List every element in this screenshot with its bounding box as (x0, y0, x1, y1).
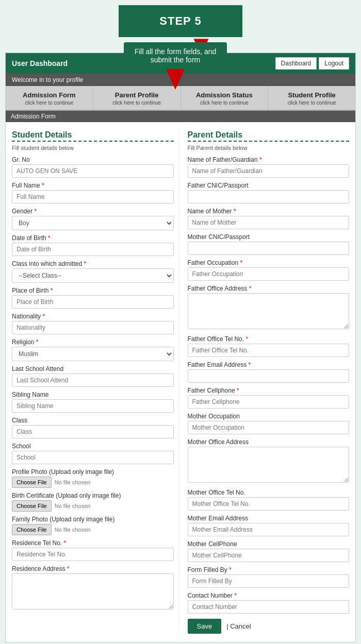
logout-button[interactable]: Logout (319, 57, 349, 70)
birth-cert-none: No file chosen (55, 503, 91, 509)
tooltip-box: Fill all the form fields, and submit the… (124, 42, 227, 69)
gr-no-label: Gr. No (12, 156, 174, 163)
mother-cell-input[interactable] (188, 549, 350, 562)
tab-parent-profile-title: Parent Profile (96, 91, 177, 99)
tab-admission-form-title: Admission Form (9, 91, 90, 99)
family-photo-group: Family Photo (Upload only image file) Ch… (12, 516, 174, 535)
step-banner: STEP 5 (119, 5, 242, 37)
full-name-input[interactable] (12, 190, 174, 204)
section-bar: Admission Form (6, 111, 355, 122)
father-email-input[interactable]: abcd@gmail.com (188, 369, 350, 383)
class-input[interactable] (12, 425, 174, 438)
mother-email-label: Mother Email Address (188, 515, 350, 522)
birth-cert-btn[interactable]: Choose File (12, 500, 52, 512)
res-tel-input[interactable] (12, 548, 174, 561)
sibling-input[interactable] (12, 399, 174, 413)
full-name-group: Full Name * (12, 182, 174, 204)
dob-input[interactable] (12, 243, 174, 256)
gr-no-group: Gr. No (12, 156, 174, 178)
mother-tel-input[interactable] (188, 497, 350, 511)
parent-sub: Fill Parent details below (188, 145, 350, 151)
father-name-input[interactable] (188, 164, 350, 178)
tab-admission-form-sub: click here to continue (9, 100, 90, 106)
father-tel-input[interactable] (188, 344, 350, 357)
class-group: Class (12, 417, 174, 438)
menu-tabs: Admission Form click here to continue Pa… (6, 86, 355, 111)
father-cnic-input[interactable]: 000000000000000 (188, 190, 350, 204)
mother-occ-label: Mother Occupation (188, 413, 350, 420)
form-actions: Save | Cancel (188, 619, 350, 634)
mother-cnic-group: Mother CNIC/Passport 111111111111111 (188, 233, 350, 255)
school-group: School (12, 443, 174, 464)
last-school-label: Last School Attend (12, 365, 174, 372)
family-photo-label: Family Photo (Upload only image file) (12, 516, 174, 523)
school-input[interactable] (12, 451, 174, 464)
cancel-link[interactable]: | Cancel (226, 622, 251, 630)
profile-photo-none: No file chosen (55, 479, 91, 485)
tab-admission-status-sub: click here to continue (184, 100, 265, 106)
mother-addr-label: Mother Office Address (188, 438, 350, 446)
mother-tel-group: Mother Office Tel No. (188, 489, 350, 511)
tab-admission-form[interactable]: Admission Form click here to continue (6, 86, 93, 110)
tab-student-profile-title: Student Profile (271, 91, 352, 99)
class-admitted-label: Class into which admitted * (12, 260, 174, 267)
family-photo-none: No file chosen (55, 527, 91, 533)
nav-title: User Dashboard (12, 59, 68, 67)
tab-admission-status[interactable]: Admission Status click here to continue (181, 86, 269, 110)
nationality-label: Nationality * (12, 313, 174, 320)
father-email-label: Father Email Address * (188, 361, 350, 368)
mother-name-input[interactable] (188, 216, 350, 229)
father-occ-group: Father Occupation * (188, 259, 350, 281)
student-heading: Student Details (12, 130, 174, 140)
tab-admission-status-title: Admission Status (184, 91, 265, 99)
father-cell-input[interactable] (188, 395, 350, 409)
gender-label: Gender * (12, 208, 174, 215)
class-admitted-select[interactable]: --Select Class-- (12, 268, 174, 283)
father-addr-label: Father Office Address * (188, 285, 350, 292)
mother-addr-group: Mother Office Address (188, 438, 350, 485)
mother-email-group: Mother Email Address (188, 515, 350, 536)
dob-group: Date of Birth * (12, 234, 174, 256)
father-occ-input[interactable] (188, 267, 350, 281)
father-tel-label: Father Office Tel No. * (188, 335, 350, 343)
religion-select[interactable]: Muslim Christian Other (12, 347, 174, 361)
mother-occ-input[interactable] (188, 421, 350, 434)
sibling-label: Sibling Name (12, 391, 174, 398)
mother-name-label: Name of Mother * (188, 208, 350, 215)
mother-cnic-label: Mother CNIC/Passport (188, 233, 350, 241)
save-button[interactable]: Save (188, 619, 222, 634)
father-cell-group: Father Cellphone * (188, 387, 350, 409)
form-filled-input[interactable] (188, 574, 350, 588)
mother-addr-input[interactable] (188, 447, 350, 483)
last-school-input[interactable] (12, 374, 174, 387)
place-birth-input[interactable] (12, 295, 174, 309)
father-name-group: Name of Father/Guardian * (188, 156, 350, 178)
tab-student-profile[interactable]: Student Profile click here to continue (268, 86, 355, 110)
full-name-label: Full Name * (12, 182, 174, 189)
birth-cert-group: Birth Certificate (Upload only image fil… (12, 492, 174, 512)
student-details-col: Student Details Fill student details bel… (12, 130, 179, 634)
student-sub: Fill student details below (12, 145, 174, 151)
parent-details-col: Parent Details Fill Parent details below… (179, 130, 350, 634)
father-occ-label: Father Occupation * (188, 259, 350, 266)
father-addr-input[interactable] (188, 293, 350, 329)
last-school-group: Last School Attend (12, 365, 174, 387)
mother-email-input[interactable] (188, 523, 350, 536)
religion-group: Religion * Muslim Christian Other (12, 338, 174, 361)
contact-group: Contact Number * (188, 592, 350, 614)
gender-select[interactable]: Boy Girl (12, 216, 174, 230)
contact-input[interactable] (188, 600, 350, 614)
birth-cert-label: Birth Certificate (Upload only image fil… (12, 492, 174, 499)
dob-label: Date of Birth * (12, 234, 174, 242)
gr-no-input[interactable] (12, 164, 174, 178)
tab-student-profile-sub: click here to continue (271, 100, 352, 106)
contact-label: Contact Number * (188, 592, 350, 599)
nationality-input[interactable] (12, 321, 174, 334)
dashboard-button[interactable]: Dashboard (275, 57, 317, 70)
mother-cnic-input[interactable]: 111111111111111 (188, 242, 350, 255)
profile-photo-btn[interactable]: Choose File (12, 477, 52, 488)
family-photo-btn[interactable]: Choose File (12, 524, 52, 535)
res-address-input[interactable] (12, 573, 174, 609)
mother-name-group: Name of Mother * (188, 208, 350, 229)
form-filled-group: Form Filled By * (188, 566, 350, 588)
